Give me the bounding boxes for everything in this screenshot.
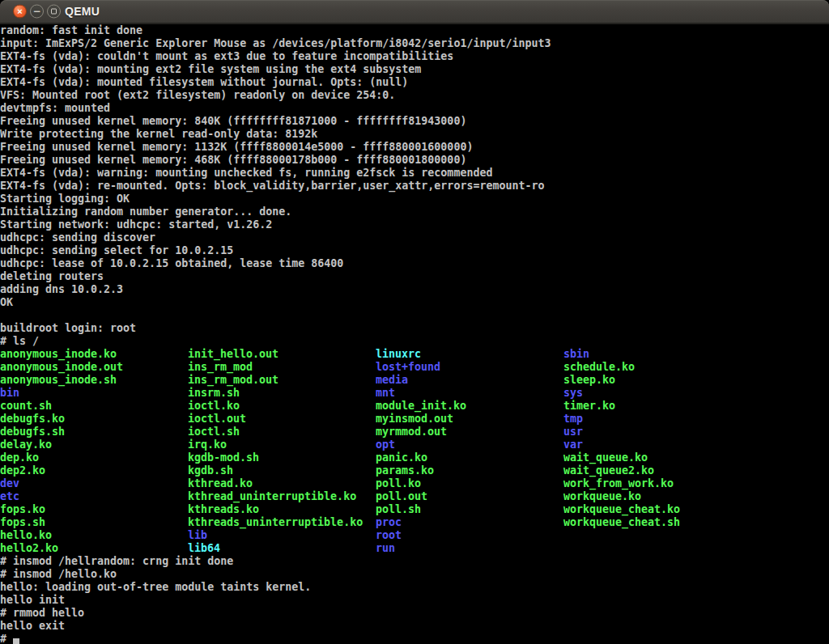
ls-entry: usr [563,426,751,439]
ls-entry: poll.ko [376,477,563,490]
terminal-line: hello exit [0,620,829,633]
ls-entry: ioctl.out [188,413,376,426]
terminal-line: udhcpc: lease of 10.0.2.15 obtained, lea… [0,257,829,270]
ls-output-row: anonymous_inode.outins_rm_modlost+founds… [0,361,829,374]
ls-entry: lib64 [188,542,376,555]
terminal-text: Freeing unused kernel memory: 840K (ffff… [0,115,466,127]
terminal-text: # rmmod hello [0,607,84,619]
ls-entry: workqueue_cheat.sh [563,516,751,529]
terminal-text: # insmod /hellrandom: crng init done [0,555,233,567]
terminal-text: udhcpc: lease of 10.0.2.15 obtained, lea… [0,257,343,269]
terminal-text: Freeing unused kernel memory: 1132K (fff… [0,141,473,153]
ls-entry: mnt [376,387,563,400]
ls-entry: kgdb.sh [188,464,376,477]
terminal-line: OK [0,296,829,309]
ls-output-row: fops.shkthreads_uninterruptible.koprocwo… [0,516,829,529]
ls-entry: anonymous_inode.out [0,361,188,374]
ls-output-row: dep.kokgdb-mod.shpanic.kowait_queue.ko [0,451,829,464]
window-title: QEMU [65,0,100,23]
ls-entry: dev [0,477,188,490]
terminal-text: # [0,633,13,644]
ls-entry: timer.ko [563,400,751,413]
terminal-line: random: fast init done [0,24,829,37]
terminal-text: Initializing random number generator... … [0,205,291,218]
terminal-screen[interactable]: random: fast init doneinput: ImExPS/2 Ge… [0,24,829,644]
ls-output-row: anonymous_inode.shins_rm_mod.outmediasle… [0,374,829,387]
ls-entry: lost+found [376,361,563,374]
ls-output-row: anonymous_inode.koinit_hello.outlinuxrcs… [0,348,829,361]
terminal-text: # insmod /hello.ko [0,568,117,580]
ls-entry: myrmmod.out [376,426,563,439]
maximize-icon [51,8,57,14]
close-button[interactable]: × [13,5,27,19]
ls-entry: hello.ko [0,529,188,542]
terminal-line: # rmmod hello [0,607,829,620]
terminal-line: Freeing unused kernel memory: 840K (ffff… [0,115,829,128]
close-icon: × [17,6,22,15]
terminal-text: VFS: Mounted root (ext2 filesystem) read… [0,89,395,101]
ls-entry: etc [0,490,188,503]
ls-entry: dep.ko [0,451,188,464]
terminal-line: hello: loading out-of-tree module taints… [0,581,829,594]
ls-entry: init_hello.out [188,348,376,361]
ls-entry: kthreads_uninterruptible.ko [188,516,376,529]
ls-entry: dep2.ko [0,464,188,477]
terminal-line: deleting routers [0,270,829,283]
terminal-line: VFS: Mounted root (ext2 filesystem) read… [0,89,829,102]
terminal-cursor [13,638,19,644]
terminal-line: EXT4-fs (vda): mounted filesystem withou… [0,76,829,89]
ls-output-row: bininsrm.shmntsys [0,387,829,400]
terminal-line: adding dns 10.0.2.3 [0,283,829,296]
ls-entry: sys [563,387,751,400]
ls-entry: bin [0,387,188,400]
ls-output-row: hello2.kolib64run [0,542,829,555]
terminal-line: Freeing unused kernel memory: 468K (ffff… [0,154,829,167]
ls-entry: debugfs.sh [0,426,188,439]
ls-entry: kthread_uninterruptible.ko [188,490,376,503]
minimize-button[interactable]: − [30,5,44,19]
ls-entry: kthreads.ko [188,503,376,516]
ls-entry: fops.sh [0,516,188,529]
ls-output-row: etckthread_uninterruptible.kopoll.outwor… [0,490,829,503]
terminal-text: OK [0,296,13,308]
terminal-line: # insmod /hello.ko [0,568,829,581]
terminal-text: Starting network: udhcpc: started, v1.26… [0,218,272,231]
terminal-text: buildroot login: root [0,322,136,334]
terminal-line: devtmpfs: mounted [0,102,829,115]
window-titlebar: × − QEMU [0,0,829,24]
ls-entry: tmp [563,413,751,426]
ls-entry: delay.ko [0,439,188,451]
maximize-button[interactable] [47,5,61,19]
terminal-line: EXT4-fs (vda): mounting ext2 file system… [0,63,829,76]
ls-entry: fops.ko [0,503,188,516]
terminal-line: Starting network: udhcpc: started, v1.26… [0,218,829,231]
terminal-text: EXT4-fs (vda): warning: mounting uncheck… [0,167,492,179]
ls-entry: anonymous_inode.ko [0,348,188,361]
terminal-line: buildroot login: root [0,322,829,335]
terminal-text: EXT4-fs (vda): couldn't mount as ext3 du… [0,50,453,62]
ls-output-row: fops.kokthreads.kopoll.shworkqueue_cheat… [0,503,829,516]
ls-entry: root [376,529,563,542]
window-controls: × − [13,5,61,19]
ls-output-row: delay.koirq.kooptvar [0,439,829,451]
ls-entry: irq.ko [188,439,376,451]
ls-entry: module_init.ko [376,400,563,413]
ls-entry: opt [376,439,563,451]
ls-entry: poll.out [376,490,563,503]
ls-entry: debugfs.ko [0,413,188,426]
terminal-text: EXT4-fs (vda): re-mounted. Opts: block_v… [0,180,544,192]
terminal-text: hello exit [0,620,65,632]
ls-output-row: devkthread.kopoll.kowork_from_work.ko [0,477,829,490]
terminal-line: udhcpc: sending discover [0,231,829,244]
ls-entry: work_from_work.ko [563,477,751,490]
terminal-text: deleting routers [0,270,104,282]
ls-entry: poll.sh [376,503,563,516]
ls-entry: hello2.ko [0,542,188,555]
ls-entry: panic.ko [376,451,563,464]
terminal-text: # ls / [0,335,39,347]
ls-entry: ins_rm_mod.out [188,374,376,387]
terminal-line: # ls / [0,335,829,348]
ls-entry: lib [188,529,376,542]
terminal-line: Starting logging: OK [0,193,829,205]
ls-output-row: dep2.kokgdb.shparams.kowait_queue2.ko [0,464,829,477]
